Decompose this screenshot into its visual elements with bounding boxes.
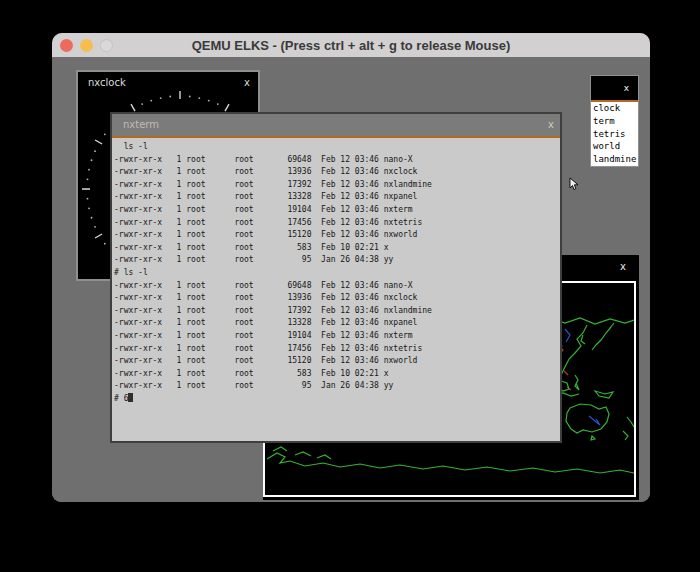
- nxterm-title: nxterm: [123, 119, 159, 130]
- zoom-traffic-button-disabled: [100, 39, 113, 52]
- menu-item-world[interactable]: world: [591, 140, 638, 153]
- menu-item-list: clocktermtetrisworldlandmine: [591, 102, 638, 166]
- nxpanel-menu-window[interactable]: x clocktermtetrisworldlandmine: [590, 75, 639, 167]
- mouse-cursor-icon: [569, 177, 580, 191]
- screenshot-root: QEMU ELKS - (Press ctrl + alt + g to rel…: [0, 0, 700, 572]
- menu-item-term[interactable]: term: [591, 115, 638, 128]
- close-traffic-button[interactable]: [60, 39, 73, 52]
- terminal-cursor: [128, 393, 133, 402]
- menu-titlebar[interactable]: x: [591, 76, 638, 102]
- menu-close-icon[interactable]: x: [624, 83, 629, 93]
- menu-item-clock[interactable]: clock: [591, 102, 638, 115]
- nxterm-titlebar[interactable]: nxterm x: [112, 114, 560, 138]
- terminal-output[interactable]: ls -l -rwxr-xr-x 1 root root 69648 Feb 1…: [112, 138, 560, 405]
- guest-display: nxclock x x: [52, 57, 650, 502]
- terminal-lines: ls -l -rwxr-xr-x 1 root root 69648 Feb 1…: [114, 142, 432, 390]
- minimize-traffic-button[interactable]: [80, 39, 93, 52]
- nxworld-close-icon[interactable]: x: [620, 261, 626, 272]
- menu-item-tetris[interactable]: tetris: [591, 128, 638, 141]
- menu-item-landmine[interactable]: landmine: [591, 153, 638, 166]
- nxterm-window[interactable]: nxterm x ls -l -rwxr-xr-x 1 root root 69…: [110, 112, 562, 443]
- terminal-prompt-line: # 6: [114, 394, 128, 403]
- nxterm-close-icon[interactable]: x: [548, 119, 554, 130]
- qemu-window-title: QEMU ELKS - (Press ctrl + alt + g to rel…: [192, 38, 511, 53]
- traffic-lights: [60, 39, 113, 52]
- qemu-window: QEMU ELKS - (Press ctrl + alt + g to rel…: [52, 33, 650, 502]
- qemu-titlebar[interactable]: QEMU ELKS - (Press ctrl + alt + g to rel…: [52, 33, 650, 57]
